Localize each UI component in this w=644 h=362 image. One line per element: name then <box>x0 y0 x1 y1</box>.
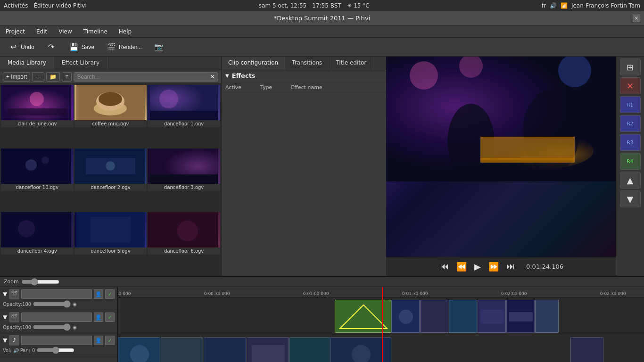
track2-expand-icon[interactable]: ▼ <box>3 314 7 321</box>
menu-timeline[interactable]: Timeline <box>82 27 109 36</box>
locale: fr <box>542 2 546 9</box>
track1-name-input[interactable] <box>21 289 92 299</box>
track2-video-icon: 🎬 <box>9 312 19 322</box>
right-panel: ⊞ ✕ R1 R2 R3 R4 ▲ ▼ <box>616 57 644 276</box>
tab-effect-library[interactable]: Effect Library <box>54 57 107 70</box>
play-button[interactable]: ▶ <box>472 260 483 274</box>
activities-menu[interactable]: Activités <box>4 2 28 9</box>
tab-transitions[interactable]: Transitions <box>285 57 329 69</box>
menu-project[interactable]: Project <box>4 27 27 36</box>
track3-visible-toggle[interactable]: ✓ <box>105 336 115 345</box>
video-clip-2c[interactable] <box>204 337 246 362</box>
video-clip-2b[interactable] <box>161 337 203 362</box>
render-icon: 🎬 <box>106 41 117 53</box>
track3-expand-icon[interactable]: ▼ <box>3 337 7 344</box>
render-button[interactable]: 🎬 Render... <box>102 40 146 55</box>
timezone: 17:55 BST <box>312 2 341 9</box>
video-clip-1d[interactable] <box>449 300 477 333</box>
svg-point-11 <box>25 159 37 171</box>
effects-triangle-icon[interactable]: ▼ <box>225 73 229 78</box>
list-item[interactable]: dancefloor 5.ogv <box>74 212 147 275</box>
skip-back-button[interactable]: ⏮ <box>438 260 451 273</box>
effect-button-1[interactable]: R1 <box>620 96 641 113</box>
media-thumbnail <box>1 148 74 184</box>
step-forward-button[interactable]: ⏩ <box>487 260 501 274</box>
save-button[interactable]: 💾 Save <box>65 40 98 55</box>
track1-video-icon: 🎬 <box>9 289 19 299</box>
video-clip-2g[interactable] <box>570 337 603 362</box>
media-item-label: clair de lune.ogv <box>1 120 74 127</box>
media-thumbnail <box>74 85 147 120</box>
track3-vol-label: Vol: 🔊 Pan: <box>3 348 30 353</box>
menu-view[interactable]: View <box>57 27 74 36</box>
tab-title-editor[interactable]: Title editor <box>329 57 373 69</box>
list-item[interactable]: coffee mug.ogv <box>74 85 147 148</box>
track1-expand-icon[interactable]: ▼ <box>3 291 7 297</box>
video-clip-1e[interactable] <box>478 300 506 333</box>
track2-user-icon[interactable]: 👤 <box>94 313 103 322</box>
weather: ☀ 15 °C <box>347 2 370 9</box>
skip-forward-button[interactable]: ⏭ <box>504 260 517 273</box>
playhead[interactable] <box>382 287 383 362</box>
track1-opacity-slider[interactable] <box>33 300 71 308</box>
list-item[interactable]: dancefloor 3.ogv <box>148 148 220 211</box>
redo-button[interactable]: ↷ <box>42 40 61 55</box>
delete-button[interactable]: ✕ <box>620 77 641 94</box>
effect-button-3[interactable]: R3 <box>620 134 641 151</box>
down-button[interactable]: ▼ <box>620 190 641 207</box>
search-input[interactable] <box>77 74 210 80</box>
list-item[interactable]: clair de lune.ogv <box>1 85 74 148</box>
ruler-mark-2: 0:01:00.000 <box>303 291 329 297</box>
folder-button[interactable]: 📁 <box>46 72 60 82</box>
timeline-tracks[interactable]: 0:00:00.000 0:00:30.000 0:01:00.000 0:01… <box>118 287 644 362</box>
camera-button[interactable]: 📷 <box>149 40 168 55</box>
undo-button[interactable]: ↩ Undo <box>4 40 38 55</box>
track2-name-input[interactable] <box>21 313 92 322</box>
track1-visible-toggle[interactable]: ✓ <box>105 289 115 299</box>
track2-visible-toggle[interactable]: ✓ <box>105 313 115 322</box>
list-item[interactable]: dancefloor 1.ogv <box>148 85 220 148</box>
remove-button[interactable]: — <box>32 72 44 82</box>
video-clip-1c[interactable] <box>420 300 448 333</box>
video-clip-1g[interactable] <box>535 300 559 333</box>
list-view-button[interactable]: ≡ <box>62 72 72 82</box>
video-clip-1b[interactable] <box>391 300 420 333</box>
track3-pan-value: 0 <box>32 348 35 353</box>
ruler-mark-0: 0:00:00.000 <box>118 291 131 297</box>
list-item[interactable]: dancefloor 6.ogv <box>148 212 220 275</box>
svg-point-36 <box>399 310 413 324</box>
step-back-button[interactable]: ⏪ <box>454 260 469 274</box>
video-clip-1a[interactable] <box>335 300 391 333</box>
tab-media-library[interactable]: Media Library <box>0 57 54 70</box>
snap-button[interactable]: ⊞ <box>620 58 641 75</box>
video-clip-1f[interactable] <box>506 300 535 333</box>
menu-edit[interactable]: Edit <box>34 27 49 36</box>
zoom-slider[interactable] <box>22 278 59 286</box>
track2-opacity-slider[interactable] <box>33 323 71 331</box>
track3-user-icon[interactable]: 👤 <box>94 336 103 345</box>
track3-name-input[interactable] <box>21 336 92 345</box>
effect-button-2[interactable]: R2 <box>620 115 641 132</box>
video-clip-2e[interactable] <box>289 337 332 362</box>
up-button[interactable]: ▲ <box>620 172 641 189</box>
effect-button-4[interactable]: R4 <box>620 153 641 170</box>
tab-clip-configuration[interactable]: Clip configuration <box>222 57 285 69</box>
camera-icon: 📷 <box>153 41 165 53</box>
list-item[interactable]: dancefloor 2.ogv <box>74 148 147 211</box>
time-display: 0:01:24.106 <box>526 263 563 270</box>
track1-user-icon[interactable]: 👤 <box>94 289 103 299</box>
menu-help[interactable]: Help <box>117 27 133 36</box>
video-clip-2a[interactable] <box>118 337 160 362</box>
svg-rect-46 <box>161 338 203 362</box>
user-name: Jean-François Fortin Tam <box>571 2 640 9</box>
list-item[interactable]: dancefloor 4.ogv <box>1 212 74 275</box>
import-button[interactable]: + Import <box>3 72 30 82</box>
track3-vol-slider[interactable] <box>37 346 74 354</box>
save-icon: 💾 <box>68 41 80 53</box>
video-clip-2d[interactable] <box>247 337 289 362</box>
list-item[interactable]: dancefloor 10.ogv <box>1 148 74 211</box>
volume-icon[interactable]: 🔊 <box>550 2 557 9</box>
search-clear-icon[interactable]: ✕ <box>210 74 215 80</box>
redo-icon: ↷ <box>46 41 57 53</box>
close-button[interactable]: × <box>633 15 640 22</box>
